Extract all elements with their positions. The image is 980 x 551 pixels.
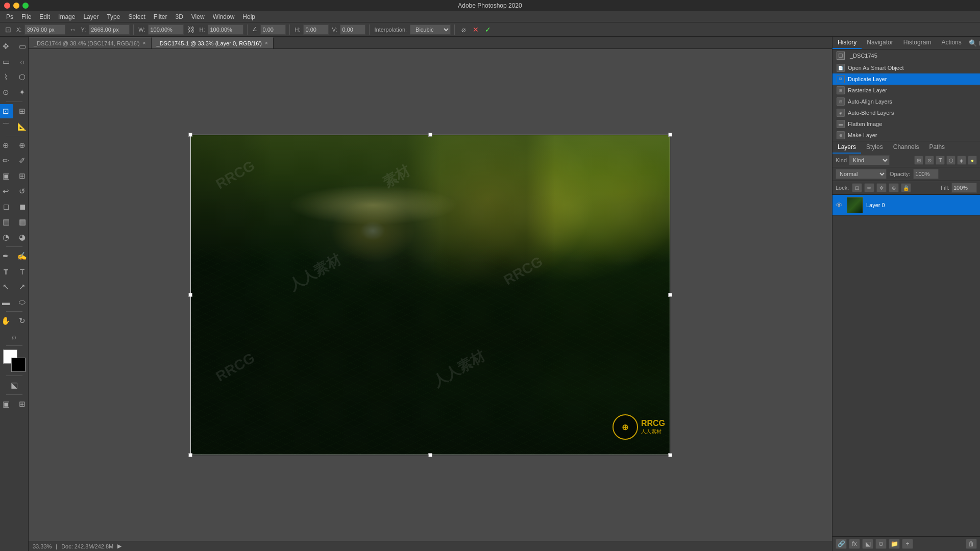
menu-view[interactable]: View xyxy=(187,11,209,22)
handle-mid-left[interactable] xyxy=(188,293,192,297)
history-brush-tool[interactable]: ↩ xyxy=(0,184,13,198)
opacity-input[interactable] xyxy=(913,169,939,179)
lock-position-btn[interactable]: ✥ xyxy=(876,183,887,192)
type-tool[interactable]: T xyxy=(0,264,13,279)
heal-brush-tool[interactable]: ⊕ xyxy=(15,138,29,153)
menu-filter[interactable]: Filter xyxy=(150,11,172,22)
history-rasterize[interactable]: ⊞ Rasterize Layer xyxy=(832,85,980,96)
clone-stamp-tool[interactable]: ▣ xyxy=(0,169,13,183)
layer-link-btn[interactable]: 🔗 xyxy=(836,539,847,549)
status-arrow[interactable]: ▶ xyxy=(117,542,126,550)
color-swatch[interactable] xyxy=(3,349,26,372)
history-snapshot[interactable]: _DSC1745 xyxy=(832,49,980,62)
actions-tab[interactable]: Actions xyxy=(936,37,966,49)
bg-eraser-tool[interactable]: ◼ xyxy=(15,199,29,214)
tab-paths[interactable]: Paths xyxy=(924,141,950,154)
blend-mode-select[interactable]: Normal Dissolve Darken Multiply xyxy=(836,169,887,179)
layer-delete-btn[interactable]: 🗑 xyxy=(966,539,977,549)
direct-select-tool[interactable]: ↗ xyxy=(15,280,29,294)
filter-toggle[interactable]: ● xyxy=(968,156,977,165)
menu-help[interactable]: Help xyxy=(238,11,259,22)
tab-dsc1745[interactable]: _DSC1745-1 @ 33.3% (Layer 0, RGB/16') × xyxy=(152,37,274,48)
history-duplicate-layer[interactable]: ⧉ Duplicate Layer xyxy=(832,73,980,85)
histogram-tab[interactable]: Histogram xyxy=(898,37,937,49)
layer-group-btn[interactable]: 📁 xyxy=(889,539,900,549)
layer-mask-btn[interactable]: ⬕ xyxy=(862,539,873,549)
filter-pixel-icon[interactable]: ⊞ xyxy=(914,156,923,165)
history-make-layer[interactable]: ⊕ Make Layer xyxy=(832,130,980,141)
cancel-transform-button[interactable]: ✕ xyxy=(471,24,481,35)
extras-button[interactable]: ⊞ xyxy=(15,397,29,411)
layer-adjustment-btn[interactable]: ⊙ xyxy=(875,539,887,549)
pattern-stamp-tool[interactable]: ⊞ xyxy=(15,169,29,183)
handle-mid-right[interactable] xyxy=(668,293,672,297)
canvas-wrap[interactable]: RRCG 素材 人人素材 RRCG RRCG 人人素材 ⊕ RRCG xyxy=(29,49,832,541)
lock-pixels-btn[interactable]: ✏ xyxy=(864,183,874,192)
magic-wand-tool[interactable]: ✦ xyxy=(15,85,29,99)
x-input[interactable] xyxy=(24,24,65,35)
art-history-tool[interactable]: ↺ xyxy=(15,184,29,198)
lasso-tool[interactable]: ⌇ xyxy=(0,70,13,84)
tab-layers[interactable]: Layers xyxy=(832,141,861,154)
filter-smart-icon[interactable]: ◈ xyxy=(957,156,966,165)
lock-artboard-btn[interactable]: ⊕ xyxy=(889,183,899,192)
filter-adjust-icon[interactable]: ⊙ xyxy=(925,156,934,165)
warp-icon[interactable]: ⌀ xyxy=(458,24,469,35)
menu-3d[interactable]: 3D xyxy=(171,11,187,22)
filter-shape-icon[interactable]: ⬡ xyxy=(946,156,955,165)
handle-bot-right[interactable] xyxy=(668,453,672,457)
h-skew-input[interactable] xyxy=(303,24,329,35)
path-select-tool[interactable]: ↖ xyxy=(0,280,13,294)
history-auto-align[interactable]: ⊟ Auto-Align Layers xyxy=(832,96,980,107)
rotate-view-tool[interactable]: ↻ xyxy=(15,314,29,328)
history-open-smart[interactable]: 📄 Open As Smart Object xyxy=(832,62,980,73)
menu-ps[interactable]: Ps xyxy=(2,11,17,22)
hand-tool[interactable]: ✋ xyxy=(0,314,13,328)
window-controls[interactable] xyxy=(4,3,29,9)
close-button[interactable] xyxy=(4,3,10,9)
brush-tool[interactable]: ✏ xyxy=(0,154,13,168)
ellipse-marquee-tool[interactable]: ○ xyxy=(15,55,29,69)
pencil-tool[interactable]: ✐ xyxy=(15,154,29,168)
w-input[interactable] xyxy=(148,24,184,35)
crop-tool[interactable]: ⊡ xyxy=(0,104,13,118)
handle-top-right[interactable] xyxy=(668,133,672,137)
handle-top-left[interactable] xyxy=(188,133,192,137)
lock-all-btn[interactable]: 🔒 xyxy=(901,183,911,192)
polygonal-lasso-tool[interactable]: ⬡ xyxy=(15,70,29,84)
gradient-tool[interactable]: ▤ xyxy=(0,215,13,229)
screen-mode-button[interactable]: ▣ xyxy=(0,397,13,411)
dodge-tool[interactable]: ◔ xyxy=(0,230,13,244)
menu-select[interactable]: Select xyxy=(124,11,149,22)
lock-transparent-btn[interactable]: ⊡ xyxy=(852,183,862,192)
quick-mask-button[interactable]: ⬕ xyxy=(7,378,21,392)
move-tool[interactable]: ✥ xyxy=(0,39,13,54)
tab-styles[interactable]: Styles xyxy=(861,141,888,154)
paint-bucket-tool[interactable]: ▦ xyxy=(15,215,29,229)
navigator-tab[interactable]: Navigator xyxy=(862,37,898,49)
interpolation-select[interactable]: Bicubic Bilinear Nearest Neighbor xyxy=(410,24,451,35)
filter-type-icon[interactable]: T xyxy=(936,156,945,165)
panel-search-icon[interactable]: 🔍 xyxy=(969,39,977,47)
rectangle-tool[interactable]: ▬ xyxy=(0,295,13,309)
eyedropper-tool[interactable]: ⌒ xyxy=(0,119,13,134)
confirm-transform-button[interactable]: ✓ xyxy=(483,24,493,35)
menu-type[interactable]: Type xyxy=(103,11,124,22)
minimize-button[interactable] xyxy=(13,3,19,9)
vertical-type-tool[interactable]: T xyxy=(15,264,29,279)
menu-edit[interactable]: Edit xyxy=(35,11,54,22)
angle-input[interactable] xyxy=(260,24,286,35)
layer-row-layer0[interactable]: 👁 Layer 0 xyxy=(832,195,980,216)
ruler-tool[interactable]: 📐 xyxy=(15,119,29,134)
tab-dsc1745-close[interactable]: × xyxy=(265,38,268,49)
layer-visibility-icon[interactable]: 👁 xyxy=(836,201,844,209)
tab-dsc1744-close[interactable]: × xyxy=(143,38,146,49)
ellipse-shape-tool[interactable]: ⬭ xyxy=(15,295,29,309)
eraser-tool[interactable]: ◻ xyxy=(0,199,13,214)
menu-file[interactable]: File xyxy=(17,11,35,22)
menu-image[interactable]: Image xyxy=(54,11,79,22)
history-flatten[interactable]: ▬ Flatten Image xyxy=(832,118,980,130)
fill-input[interactable] xyxy=(951,183,977,193)
artboard-tool[interactable]: ▭ xyxy=(15,39,29,54)
y-input[interactable] xyxy=(89,24,130,35)
